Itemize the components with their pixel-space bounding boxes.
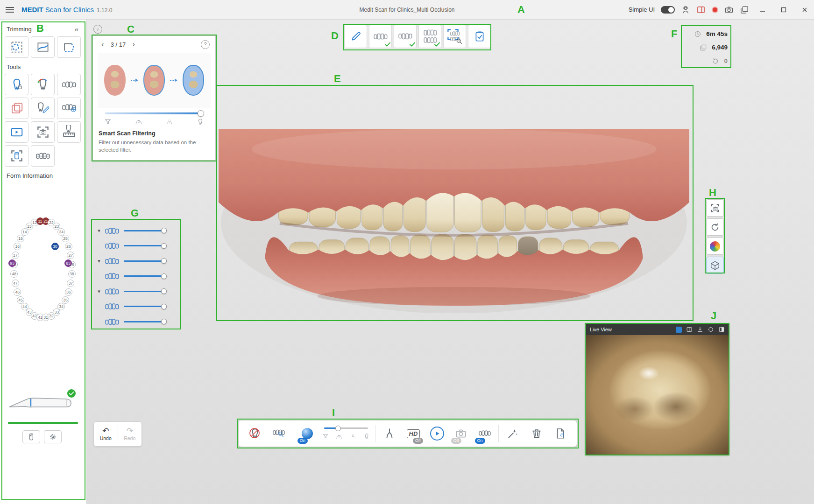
copy-scan-button[interactable]: [5, 98, 28, 119]
layer-slider-handle[interactable]: [161, 243, 167, 249]
lock-scan-button[interactable]: [5, 74, 28, 95]
capture-button[interactable]: [31, 121, 55, 143]
record-icon[interactable]: [712, 7, 718, 13]
help-page-indicator: 3 / 17: [111, 41, 126, 48]
layer-slider-handle[interactable]: [161, 228, 167, 233]
export-scan-button[interactable]: [551, 423, 570, 444]
ortho-button[interactable]: [31, 145, 55, 167]
trim-line-button[interactable]: [31, 36, 55, 58]
layer-slider-handle[interactable]: [161, 258, 167, 264]
minimize-button[interactable]: [755, 0, 770, 20]
scanner-device-button[interactable]: [22, 430, 40, 443]
scan-filter-handle[interactable]: [335, 426, 341, 431]
caret-down-icon[interactable]: ▾: [93, 288, 105, 294]
tooth-marker[interactable]: 83: [64, 259, 72, 267]
tooth-gum-icon[interactable]: [336, 433, 342, 440]
edit-form-button[interactable]: [344, 25, 367, 48]
tools-grid: [0, 74, 86, 167]
check-icon: [68, 390, 75, 397]
info-icon[interactable]: i: [93, 25, 102, 34]
settings-button[interactable]: [44, 430, 62, 443]
contrast-icon[interactable]: [718, 326, 725, 333]
bite-tool-button[interactable]: [380, 423, 399, 444]
layer-opacity-slider[interactable]: [124, 306, 164, 307]
color-analysis-icon: [36, 77, 50, 91]
tooth-gum-icon[interactable]: [135, 118, 142, 126]
support-icon[interactable]: [681, 5, 690, 14]
stage-maxilla-button[interactable]: [369, 25, 392, 48]
caret-down-icon[interactable]: ▾: [93, 228, 105, 234]
color-map-button[interactable]: [31, 74, 55, 95]
scan-filter-control[interactable]: [321, 423, 371, 444]
screenshot-icon[interactable]: [724, 5, 734, 14]
occlusion-analysis-button[interactable]: [443, 25, 466, 48]
start-scan-button[interactable]: [427, 423, 447, 444]
reset-view-button[interactable]: [706, 218, 724, 236]
measure-button[interactable]: [57, 121, 81, 143]
tooth-only-icon[interactable]: [197, 118, 204, 126]
layer-opacity-slider[interactable]: [124, 291, 164, 292]
scan-model-viewport[interactable]: [219, 129, 689, 313]
layer-row: ▾: [93, 223, 164, 238]
help-icon[interactable]: ?: [201, 40, 210, 49]
model-view-button[interactable]: [706, 257, 724, 274]
filter-slider-handle[interactable]: [198, 110, 204, 117]
tooth-partial-gum-icon[interactable]: [166, 118, 173, 126]
capture-view-button[interactable]: [706, 199, 724, 217]
simple-ui-toggle[interactable]: [661, 6, 675, 14]
maximize-button[interactable]: [776, 0, 791, 20]
undo-button[interactable]: ↶ Undo: [94, 422, 118, 446]
collapse-sidebar-icon[interactable]: «: [75, 25, 79, 33]
stage-mandible-button[interactable]: [394, 25, 417, 48]
add-scan-button[interactable]: [57, 98, 81, 119]
teeth-3d-model[interactable]: [219, 129, 689, 313]
trim-select-button[interactable]: [5, 36, 28, 58]
close-button[interactable]: [797, 0, 812, 20]
tooth-marker[interactable]: 93: [8, 259, 16, 267]
color-map-view-button[interactable]: [706, 238, 724, 255]
edit-scan-button[interactable]: [31, 98, 55, 119]
windows-stack-icon[interactable]: [740, 5, 749, 14]
texture-sphere-button[interactable]: On: [297, 423, 317, 444]
layer-slider-handle[interactable]: [161, 288, 167, 294]
trim-polygon-button[interactable]: [57, 36, 81, 58]
denture-button[interactable]: [57, 74, 81, 95]
next-page-icon[interactable]: ›: [129, 40, 138, 49]
ai-clean-button[interactable]: [503, 423, 523, 444]
no-filter-icon[interactable]: [322, 433, 329, 440]
layer-opacity-slider[interactable]: [124, 275, 164, 277]
layout-icon[interactable]: [686, 326, 693, 333]
tooth-only-icon[interactable]: [363, 433, 370, 440]
complete-scan-button[interactable]: [468, 25, 491, 48]
menu-icon[interactable]: [6, 7, 14, 8]
locate-scan-button[interactable]: [269, 423, 289, 444]
layer-opacity-slider[interactable]: [124, 230, 164, 231]
caret-down-icon[interactable]: ▾: [93, 258, 105, 264]
scan-filter-slider[interactable]: [324, 427, 368, 429]
video-record-button[interactable]: Off: [451, 423, 471, 444]
layer-slider-handle[interactable]: [161, 319, 167, 324]
divider: [375, 425, 375, 442]
hide-scan-button[interactable]: [245, 423, 265, 444]
dock-icon[interactable]: [697, 326, 703, 333]
layer-opacity-slider[interactable]: [124, 245, 164, 246]
show-scan-button[interactable]: On: [475, 423, 495, 444]
layer-opacity-slider[interactable]: [124, 260, 164, 262]
hd-mode-button[interactable]: HD Off: [403, 423, 423, 444]
filter-level-slider[interactable]: [105, 112, 203, 114]
tooth-partial-gum-icon[interactable]: [350, 433, 356, 440]
margin-line-button[interactable]: [5, 145, 28, 167]
video-capture-button[interactable]: [5, 121, 28, 143]
stage-occlusion-button[interactable]: [418, 25, 441, 48]
layer-slider-handle[interactable]: [161, 304, 167, 309]
tooth-marker[interactable]: 30: [51, 243, 59, 250]
layer-opacity-slider[interactable]: [124, 321, 164, 322]
delete-scan-button[interactable]: [527, 423, 546, 444]
screen-record-icon[interactable]: [696, 5, 706, 14]
zoom-level-icon[interactable]: [708, 326, 714, 333]
no-filter-icon[interactable]: [104, 118, 112, 126]
redo-button[interactable]: ↷ Redo: [118, 422, 142, 446]
feed-color-icon[interactable]: [676, 327, 682, 333]
layer-slider-handle[interactable]: [161, 273, 167, 279]
prev-page-icon[interactable]: ‹: [99, 40, 107, 49]
